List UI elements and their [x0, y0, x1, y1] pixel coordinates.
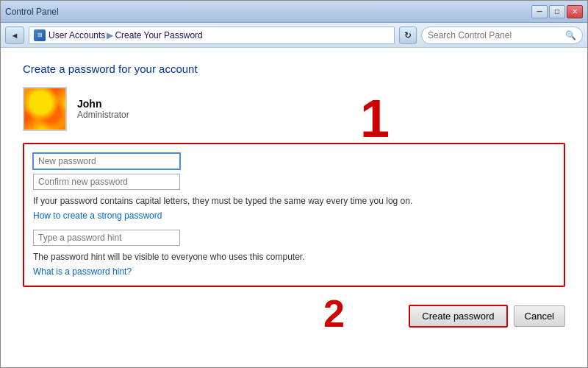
title-bar-controls: ─ □ ✕ [531, 5, 583, 18]
breadcrumb-sep1: ▶ [107, 30, 113, 40]
title-bar: Control Panel ─ □ ✕ [1, 1, 587, 23]
minimize-button[interactable]: ─ [531, 5, 548, 18]
breadcrumb-crumb2[interactable]: Create Your Password [115, 30, 202, 40]
form-section: If your password contains capital letter… [23, 143, 565, 287]
page-title: Create a password for your account [23, 63, 565, 75]
hint-note: The password hint will be visible to eve… [33, 252, 555, 262]
address-path[interactable]: ⊞ User Accounts ▶ Create Your Password [29, 26, 395, 44]
avatar [23, 87, 67, 131]
search-icon[interactable]: 🔍 [565, 30, 576, 40]
address-bar: ◄ ⊞ User Accounts ▶ Create Your Password… [1, 23, 587, 48]
user-name: John [77, 98, 129, 110]
main-content: Create a password for your account John … [1, 48, 587, 367]
title-bar-left: Control Panel [5, 7, 59, 17]
user-role: Administrator [77, 110, 129, 120]
user-info: John Administrator [23, 87, 565, 131]
breadcrumb-icon: ⊞ [34, 29, 46, 41]
cancel-button[interactable]: Cancel [514, 305, 565, 327]
password-hint-input[interactable] [33, 230, 180, 246]
window-title: Control Panel [5, 7, 59, 17]
user-details: John Administrator [77, 98, 129, 120]
close-button[interactable]: ✕ [567, 5, 583, 18]
create-password-button[interactable]: Create password [409, 305, 507, 328]
how-to-link[interactable]: How to create a strong password [33, 210, 555, 221]
main-window: Control Panel ─ □ ✕ ◄ ⊞ User Accounts ▶ … [0, 0, 588, 368]
confirm-password-input[interactable] [33, 174, 180, 190]
search-input[interactable] [428, 30, 562, 40]
search-box[interactable]: 🔍 [421, 26, 583, 44]
button-row: Create password Cancel [23, 299, 565, 328]
password-hint-text: If your password contains capital letter… [33, 196, 555, 206]
hint-info-link[interactable]: What is a password hint? [33, 266, 555, 277]
refresh-button[interactable]: ↻ [399, 26, 417, 44]
breadcrumb-crumb1[interactable]: User Accounts [49, 30, 105, 40]
maximize-button[interactable]: □ [549, 5, 565, 18]
avatar-art [24, 88, 65, 130]
back-button[interactable]: ◄ [5, 26, 24, 44]
new-password-input[interactable] [33, 153, 180, 169]
